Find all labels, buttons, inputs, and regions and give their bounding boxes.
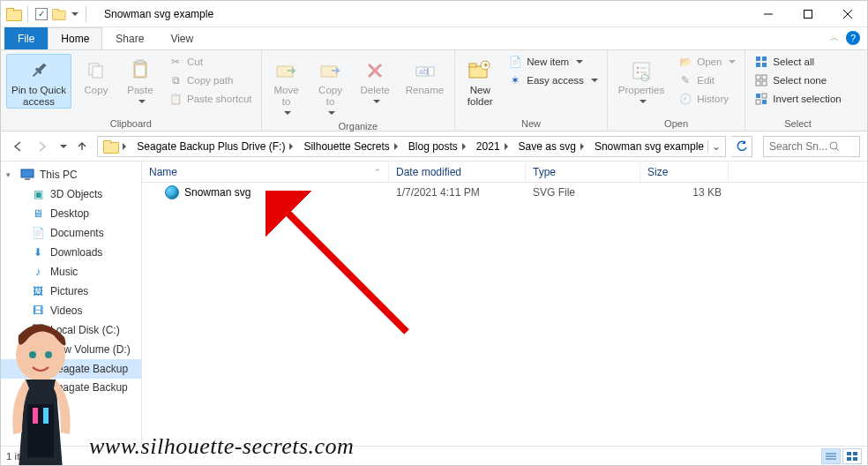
navpane-item[interactable]: 💽Seagate Backup <box>1 359 141 379</box>
close-button[interactable] <box>827 1 867 27</box>
tab-file[interactable]: File <box>4 27 48 49</box>
refresh-button[interactable] <box>731 136 752 157</box>
folder-icon <box>6 8 20 20</box>
help-icon[interactable]: ? <box>846 31 860 45</box>
videos-icon: 🎞 <box>31 304 45 318</box>
navpane-item[interactable]: ▣3D Objects <box>1 184 141 204</box>
svg-rect-49 <box>853 452 857 455</box>
delete-button[interactable]: Delete <box>355 54 395 108</box>
maximize-button[interactable] <box>788 1 827 27</box>
select-all-icon <box>754 55 768 69</box>
breadcrumb[interactable]: 2021 <box>473 140 515 153</box>
invert-selection-button[interactable]: Invert selection <box>751 91 844 107</box>
up-button[interactable] <box>72 137 92 156</box>
documents-icon: 📄 <box>31 226 45 240</box>
select-all-button[interactable]: Select all <box>751 54 844 70</box>
copy-path-icon: ⧉ <box>168 73 183 87</box>
forward-button[interactable] <box>33 137 52 156</box>
copy-icon <box>86 56 106 85</box>
search-input[interactable] <box>767 139 829 154</box>
breadcrumb[interactable]: Seagate Backup Plus Drive (F:) <box>133 140 300 153</box>
ribbon-collapse-chevron[interactable]: ︿ <box>830 32 839 44</box>
svg-rect-51 <box>853 457 857 461</box>
file-list-pane[interactable]: Name ⌃ Date modified Type Size Snowman s… <box>142 162 867 446</box>
chevron-down-icon <box>281 108 291 119</box>
history-button[interactable]: 🕘 History <box>675 91 739 107</box>
svg-rect-43 <box>21 169 34 177</box>
navpane-this-pc[interactable]: ▾ This PC <box>1 165 141 184</box>
navpane-item[interactable]: ♪Music <box>1 262 141 282</box>
pin-to-quick-access-button[interactable]: Pin to Quick access <box>6 54 71 109</box>
crumb-root-dropdown[interactable] <box>117 140 133 153</box>
edit-button[interactable]: ✎ Edit <box>675 72 739 88</box>
column-name[interactable]: Name ⌃ <box>142 162 389 182</box>
new-folder-button[interactable]: ✦ New folder <box>460 54 499 108</box>
svg-rect-29 <box>756 56 760 61</box>
drive-icon: 💽 <box>31 387 45 401</box>
new-item-button[interactable]: 📄 New item <box>505 54 602 70</box>
breadcrumb[interactable]: Blog posts <box>405 140 473 153</box>
easy-access-button[interactable]: ✶ Easy access <box>505 72 602 88</box>
move-to-button[interactable]: Move to <box>267 54 306 119</box>
svg-rect-44 <box>25 178 30 180</box>
navpane-item[interactable]: 🖼Pictures <box>1 282 141 301</box>
breadcrumb[interactable]: Save as svg <box>515 140 591 153</box>
details-view-button[interactable] <box>821 448 841 464</box>
separator <box>27 6 28 22</box>
thumbnails-view-button[interactable] <box>842 448 862 464</box>
svg-rect-31 <box>756 63 760 67</box>
qat-customize-dropdown[interactable] <box>69 8 79 20</box>
svg-rect-20 <box>469 64 476 67</box>
recent-locations-dropdown[interactable] <box>57 140 67 153</box>
paste-button[interactable]: Paste <box>121 54 160 108</box>
cut-button[interactable]: ✂ Cut <box>165 54 256 70</box>
search-box[interactable] <box>763 136 860 157</box>
file-row[interactable]: Snowman svg 1/7/2021 4:11 PM SVG File 13… <box>142 183 867 202</box>
open-button[interactable]: 📂 Open <box>675 54 739 70</box>
qat-properties-toggle[interactable] <box>35 8 48 20</box>
column-size[interactable]: Size <box>640 162 729 182</box>
column-date[interactable]: Date modified <box>389 162 526 182</box>
paste-shortcut-icon: 📋 <box>168 92 183 106</box>
navpane-item[interactable]: 📄Documents <box>1 223 141 243</box>
open-icon: 📂 <box>678 55 692 69</box>
navigation-pane[interactable]: ▾ This PC ▣3D Objects 🖥Desktop 📄Document… <box>1 162 142 446</box>
navpane-item[interactable]: 💽Seagate Backup P <box>1 379 141 409</box>
address-dropdown[interactable]: ⌄ <box>707 140 723 153</box>
delete-icon <box>366 56 384 85</box>
rename-button[interactable]: ab Rename <box>400 54 449 96</box>
music-icon: ♪ <box>31 265 45 279</box>
chevron-down-icon <box>326 108 335 119</box>
svg-rect-13 <box>321 66 337 77</box>
rename-icon: ab <box>415 56 435 85</box>
column-type[interactable]: Type <box>526 162 640 182</box>
back-button[interactable] <box>8 137 27 156</box>
copy-to-button[interactable]: Copy to <box>311 54 350 119</box>
tab-share[interactable]: Share <box>102 27 157 49</box>
group-new: ✦ New folder 📄 New item ✶ Easy access Ne… <box>455 50 608 131</box>
properties-button[interactable]: Properties <box>613 54 670 108</box>
tab-home[interactable]: Home <box>48 27 102 49</box>
breadcrumb[interactable]: Snowman svg example <box>591 140 707 153</box>
navpane-item[interactable]: 🖥Desktop <box>1 204 141 223</box>
group-organize: Move to Copy to Delete ab <box>262 50 456 131</box>
navpane-item[interactable]: ⬇Downloads <box>1 243 141 262</box>
svg-rect-8 <box>93 66 102 78</box>
tab-view[interactable]: View <box>157 27 206 49</box>
svg-rect-12 <box>277 66 293 77</box>
column-headers: Name ⌃ Date modified Type Size <box>142 162 867 183</box>
content-area: ▾ This PC ▣3D Objects 🖥Desktop 📄Document… <box>1 162 867 446</box>
minimize-button[interactable] <box>748 1 788 27</box>
copy-path-button[interactable]: ⧉ Copy path <box>165 72 256 88</box>
select-none-button[interactable]: Select none <box>751 72 844 88</box>
navpane-item[interactable]: 💽New Volume (D:) <box>1 340 141 359</box>
paste-shortcut-button[interactable]: 📋 Paste shortcut <box>165 91 256 107</box>
svg-rect-35 <box>756 81 760 86</box>
address-bar[interactable]: Seagate Backup Plus Drive (F:) Silhouett… <box>97 136 726 157</box>
group-clipboard: Pin to Quick access Copy Paste ✂ Cut <box>1 50 262 131</box>
copy-button[interactable]: Copy <box>77 54 116 96</box>
breadcrumb[interactable]: Silhouette Secrets <box>300 140 404 153</box>
file-name-cell: Snowman svg <box>142 185 389 199</box>
navpane-item[interactable]: 🎞Videos <box>1 301 141 320</box>
navpane-item[interactable]: 💽Local Disk (C:) <box>1 320 141 340</box>
